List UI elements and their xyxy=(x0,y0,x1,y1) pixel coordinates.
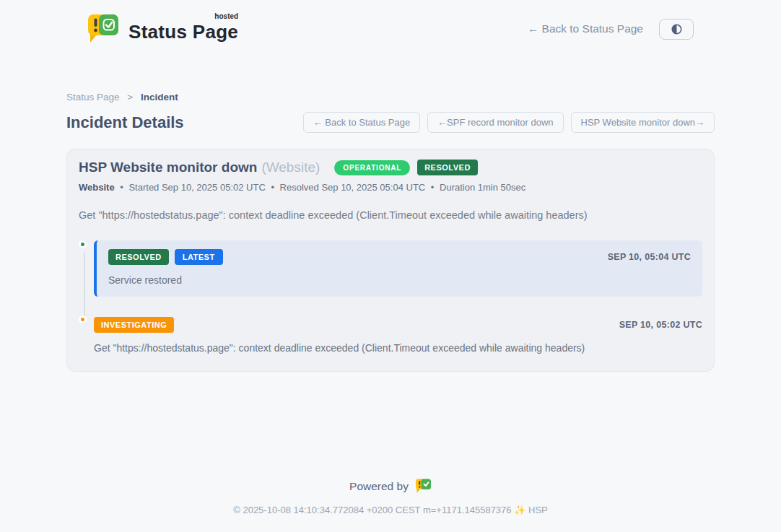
timeline-entry-latest: RESOLVED LATEST SEP 10, 05:04 UTC Servic… xyxy=(94,240,702,297)
incident-meta-started: Started Sep 10, 2025 05:02 UTC xyxy=(128,182,265,193)
meta-bullet: • xyxy=(431,182,435,193)
brand-hosted-label: hosted xyxy=(214,12,238,20)
meta-bullet: • xyxy=(120,182,123,193)
incident-component: (Website) xyxy=(261,160,320,175)
breadcrumb-status-page[interactable]: Status Page xyxy=(66,92,120,103)
incident-card-header: HSP Website monitor down (Website) OPERA… xyxy=(79,160,702,175)
incident-description: Get "https://hostedstatus.page": context… xyxy=(79,209,702,221)
header: hosted Status Page ← Back to Status Page xyxy=(0,0,781,58)
status-page-app: hosted Status Page ← Back to Status Page… xyxy=(0,0,781,532)
hsp-mini-logo-icon xyxy=(415,479,432,494)
next-incident-button[interactable]: HSP Website monitor down→ xyxy=(571,112,715,133)
prev-incident-button[interactable]: ←SPF record monitor down xyxy=(427,112,563,133)
timeline-badges-row: INVESTIGATING SEP 10, 05:02 UTC xyxy=(94,317,702,333)
title-row: Incident Details ← Back to Status Page ←… xyxy=(66,112,715,133)
resolved-status-badge: RESOLVED xyxy=(417,160,478,175)
timeline-item-resolved: RESOLVED LATEST SEP 10, 05:04 UTC Servic… xyxy=(79,240,702,297)
incident-meta-duration: Duration 1min 50sec xyxy=(440,182,525,193)
timeline-dot-resolved xyxy=(79,240,87,248)
investigating-badge: INVESTIGATING xyxy=(94,317,174,333)
operational-status-badge: OPERATIONAL xyxy=(334,160,410,175)
footer: Powered by © 2025-10-08 14:10:34.772084 … xyxy=(0,479,781,515)
back-to-status-page-button[interactable]: ← Back to Status Page xyxy=(303,112,420,133)
powered-by: Powered by xyxy=(0,479,781,494)
resolved-badge: RESOLVED xyxy=(108,249,169,265)
page-title: Incident Details xyxy=(66,113,184,132)
incident-timeline: RESOLVED LATEST SEP 10, 05:04 UTC Servic… xyxy=(79,240,702,354)
incident-meta-component: Website xyxy=(79,182,115,193)
back-to-status-page-link[interactable]: ← Back to Status Page xyxy=(528,22,643,35)
timeline-entry-investigating: INVESTIGATING SEP 10, 05:02 UTC Get "htt… xyxy=(94,315,702,354)
timeline-message: Get "https://hostedstatus.page": context… xyxy=(94,342,702,354)
breadcrumb: Status Page > Incident xyxy=(66,92,715,103)
incident-title: HSP Website monitor down xyxy=(79,160,257,175)
incident-meta: Website • Started Sep 10, 2025 05:02 UTC… xyxy=(79,182,702,193)
timeline-dot-investigating xyxy=(79,315,87,323)
status-page-logo-icon xyxy=(87,14,120,44)
timeline-timestamp: SEP 10, 05:04 UTC xyxy=(608,252,691,262)
breadcrumb-incident: Incident xyxy=(141,92,178,103)
latest-badge: LATEST xyxy=(175,249,223,265)
incident-nav-buttons: ← Back to Status Page ←SPF record monito… xyxy=(303,112,715,133)
timeline-timestamp: SEP 10, 05:02 UTC xyxy=(619,320,702,330)
copyright-text: © 2025-10-08 14:10:34.772084 +0200 CEST … xyxy=(0,505,781,515)
incident-meta-resolved: Resolved Sep 10, 2025 05:04 UTC xyxy=(280,182,426,193)
header-actions: ← Back to Status Page xyxy=(528,19,694,40)
timeline-item-investigating: INVESTIGATING SEP 10, 05:02 UTC Get "htt… xyxy=(79,315,702,354)
timeline-message: Service restored xyxy=(108,274,691,286)
brand-name: Status Page xyxy=(128,21,238,43)
meta-bullet: • xyxy=(271,182,274,193)
incident-card: HSP Website monitor down (Website) OPERA… xyxy=(66,149,715,372)
theme-toggle-button[interactable] xyxy=(659,19,694,40)
breadcrumb-separator: > xyxy=(127,92,133,103)
timeline-badges-row: RESOLVED LATEST SEP 10, 05:04 UTC xyxy=(108,249,691,265)
timeline-connector-line xyxy=(84,252,85,318)
half-circle-theme-icon xyxy=(671,23,683,35)
powered-by-label: Powered by xyxy=(349,480,409,493)
brand-logo[interactable]: hosted Status Page xyxy=(87,14,238,44)
